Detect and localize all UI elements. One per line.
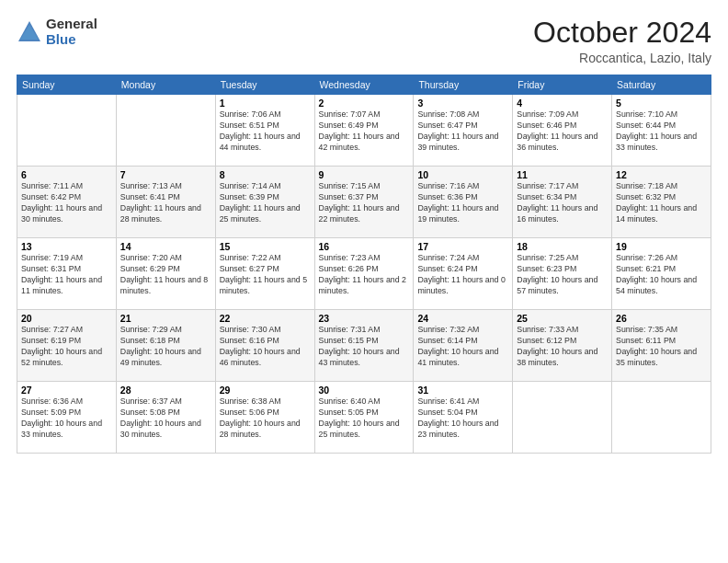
calendar-cell-1-3: 9Sunrise: 7:15 AMSunset: 6:37 PMDaylight…	[314, 167, 414, 238]
daylight-text: Daylight: 10 hours and 54 minutes.	[616, 275, 707, 297]
calendar-cell-1-2: 8Sunrise: 7:14 AMSunset: 6:39 PMDaylight…	[215, 167, 314, 238]
sunrise-text: Sunrise: 7:33 AM	[517, 325, 608, 336]
sunset-text: Sunset: 6:24 PM	[417, 264, 508, 275]
sunset-text: Sunset: 6:29 PM	[120, 264, 211, 275]
daylight-text: Daylight: 11 hours and 8 minutes.	[120, 275, 211, 297]
day-info: Sunrise: 7:27 AMSunset: 6:19 PMDaylight:…	[21, 325, 112, 369]
calendar-cell-4-0: 27Sunrise: 6:36 AMSunset: 5:09 PMDayligh…	[17, 382, 117, 454]
sunset-text: Sunset: 6:19 PM	[21, 336, 112, 347]
week-row-1: 1Sunrise: 7:06 AMSunset: 6:51 PMDaylight…	[17, 95, 711, 167]
day-number: 14	[120, 241, 211, 252]
sunrise-text: Sunrise: 7:24 AM	[417, 253, 508, 264]
sunset-text: Sunset: 6:26 PM	[319, 264, 410, 275]
day-info: Sunrise: 7:18 AMSunset: 6:32 PMDaylight:…	[616, 181, 707, 225]
day-number: 3	[417, 98, 508, 109]
day-number: 2	[319, 98, 410, 109]
day-number: 28	[120, 385, 211, 396]
calendar-cell-3-2: 22Sunrise: 7:30 AMSunset: 6:16 PMDayligh…	[215, 310, 314, 382]
calendar-cell-3-5: 25Sunrise: 7:33 AMSunset: 6:12 PMDayligh…	[513, 310, 612, 382]
day-number: 16	[319, 241, 410, 252]
day-info: Sunrise: 7:23 AMSunset: 6:26 PMDaylight:…	[319, 253, 410, 297]
calendar-cell-1-4: 10Sunrise: 7:16 AMSunset: 6:36 PMDayligh…	[414, 167, 513, 238]
calendar-cell-4-6	[612, 382, 711, 454]
daylight-text: Daylight: 11 hours and 5 minutes.	[220, 275, 311, 297]
sunset-text: Sunset: 6:51 PM	[220, 121, 311, 132]
day-number: 26	[616, 313, 707, 324]
day-number: 22	[220, 313, 311, 324]
daylight-text: Daylight: 10 hours and 35 minutes.	[616, 347, 707, 369]
day-info: Sunrise: 7:20 AMSunset: 6:29 PMDaylight:…	[120, 253, 211, 297]
day-info: Sunrise: 7:31 AMSunset: 6:15 PMDaylight:…	[319, 325, 410, 369]
day-number: 5	[616, 98, 707, 109]
logo-icon	[17, 19, 42, 45]
week-row-3: 13Sunrise: 7:19 AMSunset: 6:31 PMDayligh…	[17, 238, 711, 310]
calendar-cell-4-2: 29Sunrise: 6:38 AMSunset: 5:06 PMDayligh…	[215, 382, 314, 454]
day-info: Sunrise: 7:22 AMSunset: 6:27 PMDaylight:…	[220, 253, 311, 297]
day-info: Sunrise: 7:15 AMSunset: 6:37 PMDaylight:…	[319, 181, 410, 225]
calendar-cell-4-4: 31Sunrise: 6:41 AMSunset: 5:04 PMDayligh…	[414, 382, 513, 454]
page-header: General Blue October 2024 Roccantica, La…	[17, 17, 711, 65]
day-number: 29	[220, 385, 311, 396]
header-tuesday: Tuesday	[215, 75, 314, 95]
day-info: Sunrise: 6:41 AMSunset: 5:04 PMDaylight:…	[417, 396, 508, 441]
day-number: 18	[517, 241, 608, 252]
calendar-cell-2-0: 13Sunrise: 7:19 AMSunset: 6:31 PMDayligh…	[17, 238, 117, 310]
sunset-text: Sunset: 6:46 PM	[517, 121, 608, 132]
day-number: 6	[21, 169, 112, 180]
sunset-text: Sunset: 6:37 PM	[319, 192, 410, 203]
day-number: 12	[616, 169, 707, 180]
calendar-cell-3-4: 24Sunrise: 7:32 AMSunset: 6:14 PMDayligh…	[414, 310, 513, 382]
sunrise-text: Sunrise: 7:20 AM	[120, 253, 211, 264]
daylight-text: Daylight: 10 hours and 30 minutes.	[120, 419, 211, 441]
sunrise-text: Sunrise: 6:40 AM	[319, 396, 410, 408]
daylight-text: Daylight: 11 hours and 0 minutes.	[417, 275, 508, 297]
sunset-text: Sunset: 6:32 PM	[616, 192, 707, 203]
sunrise-text: Sunrise: 6:36 AM	[21, 396, 112, 408]
header-wednesday: Wednesday	[314, 75, 414, 95]
day-number: 7	[120, 169, 211, 180]
daylight-text: Daylight: 11 hours and 39 minutes.	[417, 132, 508, 154]
day-number: 10	[417, 169, 508, 180]
day-info: Sunrise: 7:30 AMSunset: 6:16 PMDaylight:…	[220, 325, 311, 369]
logo-general: General	[46, 17, 97, 32]
sunset-text: Sunset: 6:12 PM	[517, 336, 608, 347]
day-info: Sunrise: 7:25 AMSunset: 6:23 PMDaylight:…	[517, 253, 608, 297]
day-number: 20	[21, 313, 112, 324]
calendar-cell-0-6: 5Sunrise: 7:10 AMSunset: 6:44 PMDaylight…	[612, 95, 711, 167]
calendar-cell-0-4: 3Sunrise: 7:08 AMSunset: 6:47 PMDaylight…	[414, 95, 513, 167]
sunset-text: Sunset: 6:27 PM	[220, 264, 311, 275]
day-info: Sunrise: 7:35 AMSunset: 6:11 PMDaylight:…	[616, 325, 707, 369]
calendar-cell-2-6: 19Sunrise: 7:26 AMSunset: 6:21 PMDayligh…	[612, 238, 711, 310]
day-info: Sunrise: 6:38 AMSunset: 5:06 PMDaylight:…	[220, 396, 311, 441]
daylight-text: Daylight: 10 hours and 28 minutes.	[220, 419, 311, 441]
day-info: Sunrise: 7:08 AMSunset: 6:47 PMDaylight:…	[417, 109, 508, 154]
day-number: 15	[220, 241, 311, 252]
sunset-text: Sunset: 6:41 PM	[120, 192, 211, 203]
week-row-2: 6Sunrise: 7:11 AMSunset: 6:42 PMDaylight…	[17, 167, 711, 238]
daylight-text: Daylight: 10 hours and 43 minutes.	[319, 347, 410, 369]
sunset-text: Sunset: 6:39 PM	[220, 192, 311, 203]
calendar-cell-2-4: 17Sunrise: 7:24 AMSunset: 6:24 PMDayligh…	[414, 238, 513, 310]
daylight-text: Daylight: 11 hours and 25 minutes.	[220, 203, 311, 225]
sunrise-text: Sunrise: 7:23 AM	[319, 253, 410, 264]
day-info: Sunrise: 7:26 AMSunset: 6:21 PMDaylight:…	[616, 253, 707, 297]
logo-text: General Blue	[46, 17, 97, 47]
day-number: 30	[319, 385, 410, 396]
header-saturday: Saturday	[612, 75, 711, 95]
sunset-text: Sunset: 6:44 PM	[616, 121, 707, 132]
day-info: Sunrise: 6:37 AMSunset: 5:08 PMDaylight:…	[120, 396, 211, 441]
sunrise-text: Sunrise: 7:35 AM	[616, 325, 707, 336]
daylight-text: Daylight: 11 hours and 42 minutes.	[319, 132, 410, 154]
daylight-text: Daylight: 11 hours and 19 minutes.	[417, 203, 508, 225]
sunset-text: Sunset: 6:15 PM	[319, 336, 410, 347]
calendar: Sunday Monday Tuesday Wednesday Thursday…	[17, 75, 711, 454]
calendar-cell-1-6: 12Sunrise: 7:18 AMSunset: 6:32 PMDayligh…	[612, 167, 711, 238]
sunset-text: Sunset: 5:09 PM	[21, 408, 112, 419]
sunset-text: Sunset: 6:42 PM	[21, 192, 112, 203]
sunset-text: Sunset: 6:14 PM	[417, 336, 508, 347]
sunrise-text: Sunrise: 7:29 AM	[120, 325, 211, 336]
sunrise-text: Sunrise: 7:13 AM	[120, 181, 211, 192]
daylight-text: Daylight: 11 hours and 44 minutes.	[220, 132, 311, 154]
header-monday: Monday	[116, 75, 215, 95]
sunrise-text: Sunrise: 7:18 AM	[616, 181, 707, 192]
